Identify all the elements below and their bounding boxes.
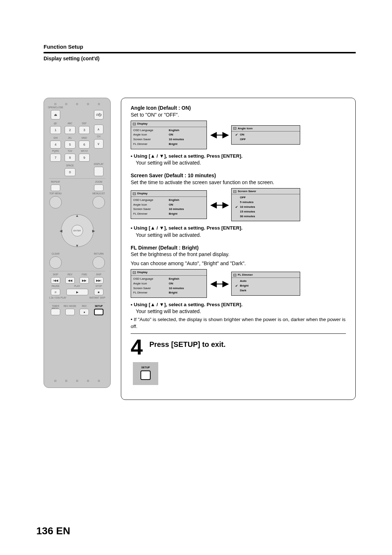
dpad-right-icon: ▶ [92,229,95,233]
dimmer-heading: FL Dimmer (Default : Bright) [131,244,346,251]
double-arrow-icon: ◀—▶ [211,129,228,140]
dpad-up-icon: ▲ [75,214,79,218]
saver-options-box: Screen Saver OFF 5 minutes ✔10 minutes 1… [231,188,300,222]
saver-desc: Set the time to activate the screen save… [131,179,346,186]
pause-icon: II [51,289,60,295]
display-menu-box: Display OSD LanguageEnglish Angle IconON… [131,121,207,149]
menu-icon [233,190,236,193]
section-subtitle: Display setting (cont'd) [44,56,356,61]
menu-icon [233,274,236,276]
instruction-panel: Angle Icon (Default : ON) Set to "ON" or… [121,98,356,400]
saver-instruction: • Using [▲ / ▼], select a setting. Press… [131,225,346,231]
setup-button-illustration: SETUP [133,362,158,385]
menu-icon [133,193,136,195]
double-arrow-icon: ◀—▶ [211,278,228,289]
dimmer-note: • If "Auto" is selected, the display is … [131,316,346,329]
saver-result: Your setting will be activated. [136,232,346,239]
dpad: ▲ ▼ ◀ ▶ ENTER [57,211,97,251]
angle-instruction: • Using [▲ / ▼], select a setting. Press… [131,153,346,159]
menu-icon [133,271,136,274]
horizontal-rule [44,52,356,53]
menu-icon [133,123,136,125]
dpad-down-icon: ▼ [75,244,79,248]
angle-result: Your setting will be activated. [136,159,346,166]
display-menu-box: Display OSD LanguageEnglish Angle IconON… [131,190,207,219]
dimmer-instruction: • Using [▲ / ▼], select a setting. Press… [131,301,346,308]
check-icon: ✔ [235,133,238,137]
display-menu-box: Display OSD LanguageEnglish Angle IconON… [131,269,207,298]
check-icon: ✔ [235,206,238,209]
page-number: 136 EN [36,525,70,537]
menu-icon [233,127,236,130]
dimmer-result: Your setting will be activated. [136,308,346,315]
setup-button [94,309,103,315]
skip-prev-icon: I◀◀ [51,277,60,284]
ch-up-icon: ∧ [94,125,103,134]
dimmer-options-box: FL Dimmer Auto ✔Bright Dark [231,272,300,296]
rewind-icon: ◀◀ [65,277,75,284]
forward-icon: ▶▶ [79,277,89,284]
enter-button: ENTER [72,225,83,236]
dpad-left-icon: ◀ [60,229,62,233]
angle-heading: Angle Icon (Default : ON) [131,105,346,112]
saver-heading: Screen Saver (Default : 10 minutes) [131,172,346,179]
eject-icon: ⏏ [51,110,60,119]
section-title: Function Setup [44,44,356,50]
angle-desc: Set to "ON" or "OFF". [131,112,346,118]
stop-icon: ■ [94,289,103,295]
power-icon: I/⏻ [94,110,103,119]
remote-control-illustration: OPEN/CLOSE⏏ I/⏻ @/:1 ABC2 DEF3 ∧ GHI4 JK… [44,98,111,388]
play-icon: ▶ [66,289,88,295]
step-text: Press [SETUP] to exit. [149,337,225,349]
ch-down-icon: ∨ [94,139,103,149]
dimmer-desc1: Set the brightness of the front panel di… [131,251,346,258]
angle-options-box: Angle Icon ✔ON OFF [231,125,300,145]
skip-next-icon: ▶▶I [94,277,103,284]
setup-button-icon [140,370,151,380]
check-icon: ✔ [235,284,238,288]
dimmer-desc2: You can choose among "Auto", "Bright" an… [131,260,346,267]
rec-icon: ● [79,309,89,315]
step-4: 4 Press [SETUP] to exit. [131,333,346,357]
double-arrow-icon: ◀—▶ [211,199,228,210]
step-number: 4 [131,337,143,357]
